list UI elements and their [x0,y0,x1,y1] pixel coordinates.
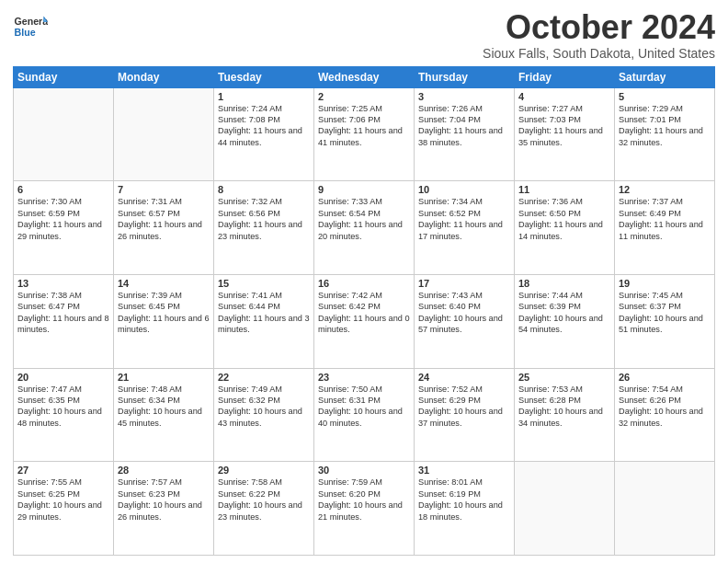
table-row: 8Sunrise: 7:32 AMSunset: 6:56 PMDaylight… [214,181,314,275]
day-number: 7 [118,184,210,195]
day-number: 24 [418,372,510,383]
header: General Blue October 2024 Sioux Falls, S… [13,9,715,61]
logo-icon: General Blue [13,9,48,44]
svg-text:Blue: Blue [15,27,36,38]
day-number: 16 [318,278,410,289]
table-row: 2Sunrise: 7:25 AMSunset: 7:06 PMDaylight… [314,87,415,181]
day-info: Sunrise: 7:55 AMSunset: 6:25 PMDaylight:… [17,477,109,523]
table-row: 12Sunrise: 7:37 AMSunset: 6:49 PMDayligh… [615,181,715,275]
table-row: 16Sunrise: 7:42 AMSunset: 6:42 PMDayligh… [314,274,415,368]
day-info: Sunrise: 7:49 AMSunset: 6:32 PMDaylight:… [218,384,310,430]
day-number: 18 [518,278,610,289]
header-wednesday: Wednesday [314,66,415,87]
table-row: 14Sunrise: 7:39 AMSunset: 6:45 PMDayligh… [114,274,214,368]
table-row: 28Sunrise: 7:57 AMSunset: 6:23 PMDayligh… [114,462,214,556]
week-row-3: 13Sunrise: 7:38 AMSunset: 6:47 PMDayligh… [14,274,715,368]
day-info: Sunrise: 7:36 AMSunset: 6:50 PMDaylight:… [518,196,610,242]
header-tuesday: Tuesday [214,66,314,87]
day-info: Sunrise: 7:32 AMSunset: 6:56 PMDaylight:… [218,196,310,242]
table-row: 11Sunrise: 7:36 AMSunset: 6:50 PMDayligh… [515,181,615,275]
table-row [615,462,715,556]
day-number: 23 [318,372,410,383]
day-number: 3 [418,91,510,102]
day-number: 22 [218,372,310,383]
day-number: 17 [418,278,510,289]
table-row: 13Sunrise: 7:38 AMSunset: 6:47 PMDayligh… [14,274,114,368]
day-number: 21 [118,372,210,383]
table-row: 17Sunrise: 7:43 AMSunset: 6:40 PMDayligh… [415,274,515,368]
week-row-5: 27Sunrise: 7:55 AMSunset: 6:25 PMDayligh… [14,462,715,556]
days-header-row: Sunday Monday Tuesday Wednesday Thursday… [14,66,715,87]
day-number: 27 [17,465,109,476]
day-info: Sunrise: 7:34 AMSunset: 6:52 PMDaylight:… [418,196,510,242]
week-row-2: 6Sunrise: 7:30 AMSunset: 6:59 PMDaylight… [14,181,715,275]
page: General Blue October 2024 Sioux Falls, S… [0,0,728,563]
day-info: Sunrise: 7:45 AMSunset: 6:37 PMDaylight:… [619,290,711,336]
day-number: 12 [619,184,711,195]
svg-text:General: General [15,16,48,27]
day-number: 28 [118,465,210,476]
day-info: Sunrise: 7:57 AMSunset: 6:23 PMDaylight:… [118,477,210,523]
day-info: Sunrise: 7:38 AMSunset: 6:47 PMDaylight:… [17,290,109,336]
table-row: 15Sunrise: 7:41 AMSunset: 6:44 PMDayligh… [214,274,314,368]
table-row: 18Sunrise: 7:44 AMSunset: 6:39 PMDayligh… [515,274,615,368]
table-row: 27Sunrise: 7:55 AMSunset: 6:25 PMDayligh… [14,462,114,556]
day-info: Sunrise: 7:27 AMSunset: 7:03 PMDaylight:… [518,103,610,149]
week-row-4: 20Sunrise: 7:47 AMSunset: 6:35 PMDayligh… [14,368,715,462]
header-thursday: Thursday [415,66,515,87]
week-row-1: 1Sunrise: 7:24 AMSunset: 7:08 PMDaylight… [14,87,715,181]
header-saturday: Saturday [615,66,715,87]
day-number: 31 [418,465,510,476]
day-info: Sunrise: 7:54 AMSunset: 6:26 PMDaylight:… [619,384,711,430]
day-info: Sunrise: 7:48 AMSunset: 6:34 PMDaylight:… [118,384,210,430]
table-row: 21Sunrise: 7:48 AMSunset: 6:34 PMDayligh… [114,368,214,462]
day-info: Sunrise: 7:33 AMSunset: 6:54 PMDaylight:… [318,196,410,242]
day-info: Sunrise: 7:52 AMSunset: 6:29 PMDaylight:… [418,384,510,430]
table-row: 30Sunrise: 7:59 AMSunset: 6:20 PMDayligh… [314,462,415,556]
table-row: 22Sunrise: 7:49 AMSunset: 6:32 PMDayligh… [214,368,314,462]
day-info: Sunrise: 7:50 AMSunset: 6:31 PMDaylight:… [318,384,410,430]
table-row [114,87,214,181]
day-info: Sunrise: 8:01 AMSunset: 6:19 PMDaylight:… [418,477,510,523]
day-number: 19 [619,278,711,289]
table-row: 9Sunrise: 7:33 AMSunset: 6:54 PMDaylight… [314,181,415,275]
day-number: 11 [518,184,610,195]
day-number: 30 [318,465,410,476]
table-row: 29Sunrise: 7:58 AMSunset: 6:22 PMDayligh… [214,462,314,556]
table-row: 6Sunrise: 7:30 AMSunset: 6:59 PMDaylight… [14,181,114,275]
calendar-table: Sunday Monday Tuesday Wednesday Thursday… [13,66,715,556]
day-info: Sunrise: 7:24 AMSunset: 7:08 PMDaylight:… [218,103,310,149]
table-row: 23Sunrise: 7:50 AMSunset: 6:31 PMDayligh… [314,368,415,462]
day-number: 26 [619,372,711,383]
table-row: 24Sunrise: 7:52 AMSunset: 6:29 PMDayligh… [415,368,515,462]
day-number: 8 [218,184,310,195]
header-monday: Monday [114,66,214,87]
table-row: 20Sunrise: 7:47 AMSunset: 6:35 PMDayligh… [14,368,114,462]
table-row: 5Sunrise: 7:29 AMSunset: 7:01 PMDaylight… [615,87,715,181]
day-info: Sunrise: 7:42 AMSunset: 6:42 PMDaylight:… [318,290,410,336]
day-number: 14 [118,278,210,289]
day-number: 15 [218,278,310,289]
day-number: 20 [17,372,109,383]
day-info: Sunrise: 7:37 AMSunset: 6:49 PMDaylight:… [619,196,711,242]
header-friday: Friday [515,66,615,87]
day-info: Sunrise: 7:26 AMSunset: 7:04 PMDaylight:… [418,103,510,149]
day-number: 29 [218,465,310,476]
day-info: Sunrise: 7:39 AMSunset: 6:45 PMDaylight:… [118,290,210,336]
day-info: Sunrise: 7:31 AMSunset: 6:57 PMDaylight:… [118,196,210,242]
table-row: 1Sunrise: 7:24 AMSunset: 7:08 PMDaylight… [214,87,314,181]
table-row: 7Sunrise: 7:31 AMSunset: 6:57 PMDaylight… [114,181,214,275]
day-info: Sunrise: 7:30 AMSunset: 6:59 PMDaylight:… [17,196,109,242]
table-row: 4Sunrise: 7:27 AMSunset: 7:03 PMDaylight… [515,87,615,181]
table-row: 25Sunrise: 7:53 AMSunset: 6:28 PMDayligh… [515,368,615,462]
day-number: 10 [418,184,510,195]
day-number: 5 [619,91,711,102]
month-title: October 2024 [483,9,715,46]
logo: General Blue [13,9,48,44]
day-info: Sunrise: 7:59 AMSunset: 6:20 PMDaylight:… [318,477,410,523]
location: Sioux Falls, South Dakota, United States [483,46,715,61]
day-info: Sunrise: 7:44 AMSunset: 6:39 PMDaylight:… [518,290,610,336]
day-info: Sunrise: 7:53 AMSunset: 6:28 PMDaylight:… [518,384,610,430]
day-number: 6 [17,184,109,195]
day-info: Sunrise: 7:47 AMSunset: 6:35 PMDaylight:… [17,384,109,430]
